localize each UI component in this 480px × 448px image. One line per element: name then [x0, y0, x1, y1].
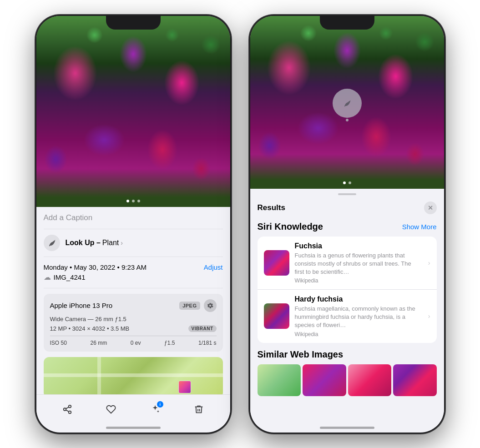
flower-background-left — [36, 16, 230, 207]
phone-notch-left — [106, 15, 161, 30]
meta-filename: ☁ IMG_4241 — [44, 273, 223, 282]
adjust-button[interactable]: Adjust — [204, 263, 223, 271]
lookup-bold: Look Up – — [66, 239, 101, 247]
home-indicator-left — [106, 427, 161, 429]
results-panel[interactable]: Results ✕ Siri Knowledge Show More Fuchs… — [250, 189, 444, 427]
hardy-fuchsia-thumbnail — [264, 303, 289, 329]
exif-focal: 26 mm — [90, 340, 107, 346]
lookup-text[interactable]: Look Up – Plant › — [66, 239, 123, 247]
web-images-header: Similar Web Images — [258, 349, 437, 360]
bottom-toolbar: i — [36, 394, 230, 427]
phone-left: Add a Caption Look Up – Plant › Mon — [35, 15, 231, 433]
lookup-light: Plant — [102, 239, 119, 247]
hardy-fuchsia-name: Hardy fuchsia — [295, 295, 421, 303]
phone-notch-right — [320, 15, 374, 30]
device-name: Apple iPhone 13 Pro — [50, 302, 113, 309]
results-title: Results — [258, 203, 285, 212]
heart-icon — [106, 404, 116, 414]
lookup-icon-circle — [44, 235, 60, 251]
knowledge-card: Fuchsia Fuchsia is a genus of flowering … — [258, 237, 437, 343]
home-indicator-right — [320, 427, 374, 429]
web-images-grid — [258, 364, 437, 396]
fuchsia-name: Fuchsia — [295, 242, 421, 250]
share-button[interactable] — [59, 401, 76, 418]
exif-iso: ISO 50 — [50, 340, 67, 346]
map-area[interactable] — [44, 357, 223, 394]
mp-text: 12 MP • 3024 × 4032 • 3.5 MB — [50, 325, 130, 332]
meta-date: Monday • May 30, 2022 • 9:23 AM — [44, 263, 147, 271]
gear-icon — [207, 302, 213, 309]
info-button[interactable]: i — [147, 401, 163, 418]
exif-row: ISO 50 26 mm 0 ev ƒ1.5 1/181 s — [50, 336, 217, 346]
device-section: Apple iPhone 13 Pro JPEG Wide Camera — 2… — [44, 294, 223, 352]
delete-button[interactable] — [191, 401, 207, 418]
meta-date-row: Monday • May 30, 2022 • 9:23 AM Adjust — [44, 263, 223, 271]
siri-bubble — [333, 89, 362, 118]
map-road-v — [97, 357, 101, 394]
vibrant-badge: VIBRANT — [188, 325, 217, 332]
map-road-h — [44, 373, 223, 377]
device-header: Apple iPhone 13 Pro JPEG — [50, 299, 217, 312]
phone-screen-right: Results ✕ Siri Knowledge Show More Fuchs… — [250, 16, 444, 433]
details-area[interactable]: Add a Caption Look Up – Plant › Mon — [36, 207, 230, 394]
hardy-fuchsia-description: Fuchsia magellanica, commonly known as t… — [295, 305, 421, 330]
jpeg-badge: JPEG — [179, 302, 200, 310]
web-image-1[interactable] — [258, 364, 301, 396]
leaf-icon — [48, 239, 56, 247]
show-more-button[interactable]: Show More — [402, 223, 437, 231]
web-image-4[interactable] — [393, 364, 437, 396]
hardy-fuchsia-content: Hardy fuchsia Fuchsia magellanica, commo… — [295, 295, 430, 337]
results-header: Results ✕ — [258, 201, 437, 214]
exif-aperture: ƒ1.5 — [164, 340, 175, 346]
caption-placeholder[interactable]: Add a Caption — [44, 213, 93, 222]
info-badge: i — [157, 401, 163, 408]
knowledge-item-fuchsia[interactable]: Fuchsia Fuchsia is a genus of flowering … — [258, 237, 437, 290]
camera-info: Wide Camera — 26 mm ƒ1.5 — [50, 316, 217, 322]
hardy-fuchsia-source: Wikipedia — [295, 331, 421, 337]
siri-dot — [346, 119, 349, 121]
photo-area-right — [250, 16, 444, 189]
phone-screen-left: Add a Caption Look Up – Plant › Mon — [36, 16, 230, 433]
page-dots-left — [126, 200, 140, 202]
hardy-fuchsia-chevron-icon: › — [428, 312, 430, 320]
mp-row: 12 MP • 3024 × 4032 • 3.5 MB VIBRANT — [50, 325, 217, 332]
web-image-2[interactable] — [303, 364, 346, 396]
web-images-title: Similar Web Images — [258, 349, 344, 360]
siri-knowledge-title: Siri Knowledge — [258, 221, 323, 232]
lookup-row[interactable]: Look Up – Plant › — [44, 229, 223, 257]
map-pin-inner — [179, 381, 191, 393]
badge-row: JPEG — [179, 299, 216, 312]
caption-field[interactable]: Add a Caption — [44, 207, 223, 229]
cloud-icon: ☁ — [44, 273, 51, 282]
fuchsia-thumbnail — [264, 250, 289, 276]
fuchsia-description: Fuchsia is a genus of flowering plants t… — [295, 252, 421, 277]
siri-leaf-icon — [343, 99, 351, 107]
share-icon — [62, 404, 72, 414]
like-button[interactable] — [103, 401, 119, 418]
exif-shutter: 1/181 s — [198, 340, 216, 346]
fuchsia-content: Fuchsia Fuchsia is a genus of flowering … — [295, 242, 430, 284]
siri-knowledge-header: Siri Knowledge Show More — [258, 221, 437, 232]
lookup-chevron: › — [121, 239, 123, 247]
meta-section: Monday • May 30, 2022 • 9:23 AM Adjust ☁… — [44, 257, 223, 288]
page-dots-right — [343, 181, 351, 184]
filename: IMG_4241 — [54, 273, 86, 281]
trash-icon — [194, 404, 204, 414]
map-pin — [178, 381, 191, 393]
fuchsia-source: Wikipedia — [295, 277, 421, 284]
results-handle — [338, 193, 356, 195]
photo-area-left — [36, 16, 230, 207]
knowledge-item-hardy-fuchsia[interactable]: Hardy fuchsia Fuchsia magellanica, commo… — [258, 289, 437, 343]
close-button[interactable]: ✕ — [424, 201, 437, 214]
phone-right: Results ✕ Siri Knowledge Show More Fuchs… — [249, 15, 445, 433]
exif-ev: 0 ev — [131, 340, 141, 346]
fuchsia-chevron-icon: › — [428, 259, 430, 267]
settings-icon-circle[interactable] — [204, 299, 217, 312]
web-image-3[interactable] — [348, 364, 392, 396]
